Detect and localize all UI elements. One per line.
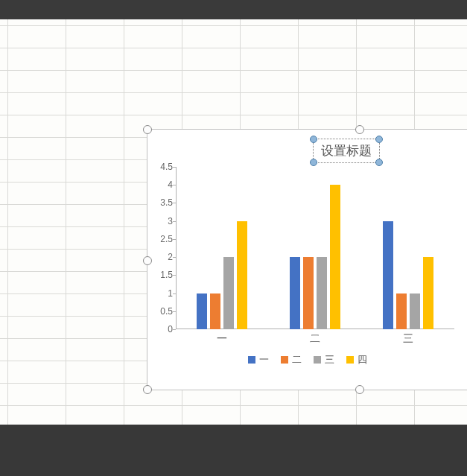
legend-swatch [314, 356, 321, 364]
title-handle-se[interactable] [375, 159, 383, 166]
legend-swatch [346, 356, 354, 364]
y-tick-label: 0.5 [150, 306, 173, 317]
title-handle-nw[interactable] [310, 136, 317, 143]
resize-handle-nw[interactable] [143, 125, 152, 134]
legend-label: 二 [292, 354, 302, 365]
resize-handle-n[interactable] [355, 125, 364, 134]
y-tick-label: 0 [150, 324, 173, 334]
chart-legend[interactable]: 一二三四 [147, 353, 467, 366]
app-viewport: 设置标题 00.511.522.533.544.5一二三 一二三四 [0, 0, 467, 476]
bar-三-二[interactable] [317, 257, 327, 329]
chart-title-text: 设置标题 [321, 144, 372, 158]
y-tick-label: 2.5 [150, 234, 173, 244]
legend-item-一[interactable]: 一 [248, 353, 269, 366]
chart-plot-area: 00.511.522.533.544.5一二三 [176, 167, 454, 329]
y-tick-label: 1 [150, 288, 173, 299]
bar-三-一[interactable] [223, 257, 234, 329]
bar-一-一[interactable] [197, 293, 207, 329]
bar-二-二[interactable] [303, 257, 314, 329]
bar-一-二[interactable] [290, 257, 300, 329]
app-topbar [0, 0, 467, 19]
y-tick-label: 1.5 [150, 270, 173, 280]
bar-四-二[interactable] [330, 185, 340, 329]
embedded-chart[interactable]: 设置标题 00.511.522.533.544.5一二三 一二三四 [147, 129, 467, 390]
legend-item-三[interactable]: 三 [314, 353, 334, 366]
x-tick-label: 三 [403, 332, 413, 346]
title-handle-sw[interactable] [310, 159, 317, 166]
chart-title[interactable]: 设置标题 [313, 139, 380, 163]
resize-handle-s[interactable] [355, 385, 364, 394]
bar-四-三[interactable] [423, 257, 433, 329]
resize-handle-w[interactable] [143, 256, 152, 265]
bar-二-三[interactable] [396, 293, 407, 329]
legend-label: 一 [259, 354, 269, 365]
x-tick-label: 二 [310, 332, 320, 346]
title-handle-ne[interactable] [375, 136, 383, 143]
legend-item-二[interactable]: 二 [281, 353, 302, 366]
y-tick-label: 2 [150, 252, 173, 262]
y-tick-label: 3 [150, 216, 173, 226]
legend-label: 三 [325, 354, 334, 365]
x-tick-label: 一 [217, 332, 227, 346]
y-axis [176, 167, 177, 329]
legend-item-四[interactable]: 四 [346, 353, 367, 366]
legend-swatch [248, 356, 255, 364]
y-tick-label: 4 [150, 180, 173, 190]
bar-二-一[interactable] [210, 293, 220, 329]
bar-四-一[interactable] [237, 221, 247, 329]
resize-handle-sw[interactable] [143, 385, 152, 394]
legend-label: 四 [358, 354, 367, 365]
bar-一-三[interactable] [383, 221, 393, 329]
spreadsheet-area[interactable]: 设置标题 00.511.522.533.544.5一二三 一二三四 [0, 19, 467, 425]
app-bottombar [0, 425, 467, 476]
y-tick-label: 4.5 [150, 162, 173, 172]
bar-三-三[interactable] [410, 293, 420, 329]
legend-swatch [281, 356, 288, 364]
y-tick-label: 3.5 [150, 197, 173, 208]
